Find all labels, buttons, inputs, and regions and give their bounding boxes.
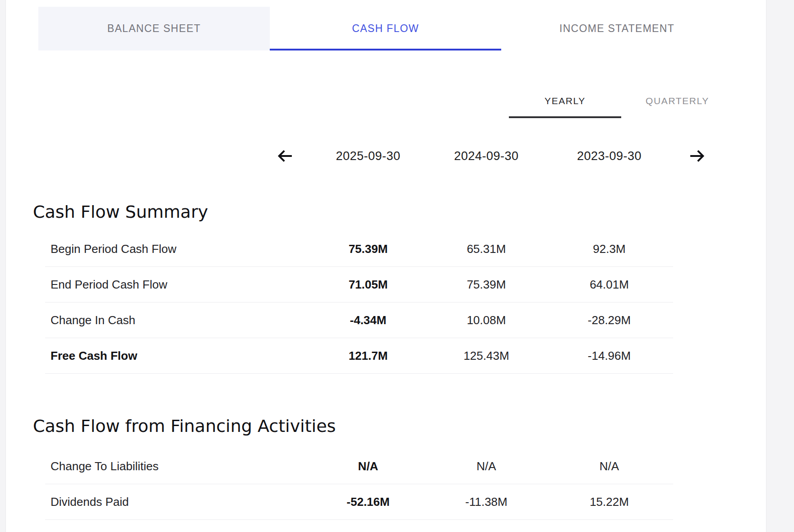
right-page-gutter	[766, 0, 794, 532]
section-title: Cash Flow from Financing Activities	[33, 416, 673, 437]
column-date-1: 2025-09-30	[309, 149, 427, 163]
row-value-oldest: N/A	[545, 459, 673, 473]
page: BALANCE SHEET CASH FLOW INCOME STATEMENT…	[0, 0, 794, 532]
tab-cash-flow[interactable]: CASH FLOW	[270, 7, 501, 50]
column-date-2: 2024-09-30	[427, 149, 545, 163]
period-columns-header: 2025-09-30 2024-09-30 2023-09-30	[45, 143, 673, 169]
row-value-prev: 75.39M	[427, 278, 545, 292]
statement-section: Cash Flow Summary Begin Period Cash Flow…	[33, 202, 673, 374]
next-period-button[interactable]	[688, 147, 706, 165]
tab-cash-flow-label: CASH FLOW	[352, 23, 419, 35]
table-row: Begin Period Cash Flow 75.39M 65.31M 92.…	[45, 231, 673, 267]
row-value-prev: N/A	[427, 459, 545, 473]
statement-section: Cash Flow from Financing Activities Chan…	[33, 416, 673, 520]
column-date-3: 2023-09-30	[545, 149, 673, 163]
row-value-oldest: -28.29M	[545, 313, 673, 327]
row-label: End Period Cash Flow	[45, 278, 309, 292]
tab-quarterly[interactable]: QUARTERLY	[621, 84, 734, 118]
statement-tabs: BALANCE SHEET CASH FLOW INCOME STATEMENT	[38, 7, 733, 50]
row-label: Change In Cash	[45, 313, 309, 327]
row-value-oldest: 64.01M	[545, 278, 673, 292]
active-tab-indicator	[270, 49, 501, 50]
row-value-prev: 125.43M	[427, 349, 545, 363]
section-table: Change To Liabilities N/A N/A N/A Divide…	[45, 449, 673, 520]
row-value-latest: N/A	[309, 459, 427, 473]
row-label: Begin Period Cash Flow	[45, 242, 309, 256]
arrow-right-icon	[688, 147, 706, 165]
row-label: Free Cash Flow	[45, 349, 309, 363]
tab-balance-sheet[interactable]: BALANCE SHEET	[38, 7, 270, 50]
arrow-left-icon	[276, 147, 295, 165]
row-value-oldest: 15.22M	[545, 495, 673, 509]
row-label: Change To Liabilities	[45, 459, 309, 473]
tab-balance-sheet-label: BALANCE SHEET	[107, 23, 201, 35]
table-row: Free Cash Flow 121.7M 125.43M -14.96M	[45, 338, 673, 374]
section-title: Cash Flow Summary	[33, 202, 673, 223]
tab-yearly-label: YEARLY	[545, 96, 586, 106]
row-value-oldest: -14.96M	[545, 349, 673, 363]
statement-sections: Cash Flow Summary Begin Period Cash Flow…	[33, 182, 673, 520]
previous-period-button[interactable]	[276, 147, 295, 165]
row-label: Dividends Paid	[45, 495, 309, 509]
row-value-oldest: 92.3M	[545, 242, 673, 256]
row-value-latest: -4.34M	[309, 313, 427, 327]
tab-yearly[interactable]: YEARLY	[509, 84, 621, 118]
table-row: End Period Cash Flow 71.05M 75.39M 64.01…	[45, 267, 673, 303]
row-value-latest: 71.05M	[309, 278, 427, 292]
row-value-prev: -11.38M	[427, 495, 545, 509]
tab-income-statement[interactable]: INCOME STATEMENT	[501, 7, 733, 50]
section-table: Begin Period Cash Flow 75.39M 65.31M 92.…	[45, 231, 673, 374]
table-row: Dividends Paid -52.16M -11.38M 15.22M	[45, 484, 673, 520]
table-row: Change In Cash -4.34M 10.08M -28.29M	[45, 303, 673, 338]
row-value-prev: 10.08M	[427, 313, 545, 327]
row-value-latest: 121.7M	[309, 349, 427, 363]
yearly-tab-indicator	[509, 116, 621, 118]
period-toggle: YEARLY QUARTERLY	[509, 84, 734, 118]
tab-quarterly-label: QUARTERLY	[646, 96, 709, 106]
row-value-latest: -52.16M	[309, 495, 427, 509]
left-page-gutter	[0, 0, 6, 532]
row-value-prev: 65.31M	[427, 242, 545, 256]
table-row: Change To Liabilities N/A N/A N/A	[45, 449, 673, 484]
tab-income-statement-label: INCOME STATEMENT	[559, 23, 674, 35]
row-value-latest: 75.39M	[309, 242, 427, 256]
